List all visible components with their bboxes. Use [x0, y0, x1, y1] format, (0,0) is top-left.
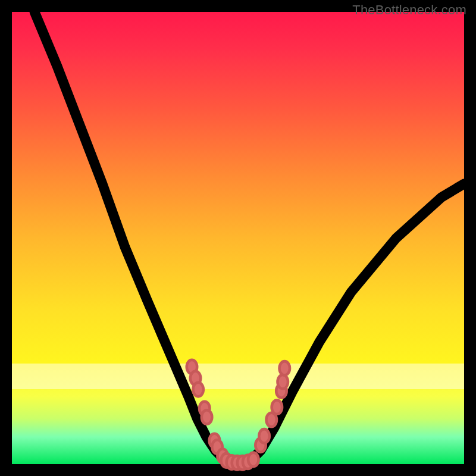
marker-right: [278, 375, 288, 389]
attribution-text: TheBottleneck.com: [352, 2, 466, 18]
chart-svg: [12, 12, 464, 464]
chart-frame: TheBottleneck.com: [0, 0, 476, 476]
plot-area: [12, 12, 464, 464]
marker-bottom: [248, 453, 258, 467]
marker-group: [187, 360, 290, 470]
marker-right: [280, 361, 290, 375]
bottleneck-curve: [35, 12, 464, 464]
marker-right: [259, 429, 269, 443]
marker-left: [193, 383, 203, 397]
marker-right: [272, 400, 282, 414]
marker-left: [202, 410, 212, 424]
